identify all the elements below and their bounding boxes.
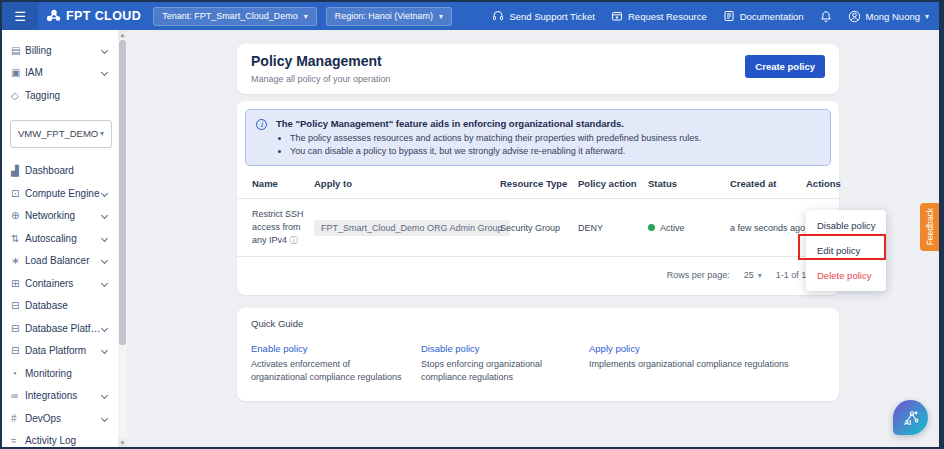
sidebar-item-database-platform[interactable]: ⊟ Database Platform — [2, 317, 118, 340]
chevron-down-icon — [101, 47, 108, 54]
column-header-name: Name — [252, 178, 314, 189]
topbar-actions: Send Support Ticket Request Resource Doc… — [492, 10, 939, 23]
apply-policy-link[interactable]: Apply policy — [589, 343, 825, 354]
sidebar-item-dashboard[interactable]: ▟ Dashboard — [2, 160, 118, 183]
sidebar-item-activity-log[interactable]: ≈ Activity Log — [2, 430, 118, 448]
request-resource-link[interactable]: Request Resource — [611, 10, 707, 22]
rows-per-page-label: Rows per page: — [667, 270, 730, 280]
guide-apply-policy: Apply policy Implements organizational c… — [589, 343, 825, 383]
chevron-down-icon — [101, 325, 108, 332]
feedback-tab[interactable]: Feedback — [920, 203, 939, 251]
svg-text:AI: AI — [904, 418, 911, 425]
sidebar-item-compute-engine[interactable]: ⊡ Compute Engine — [2, 182, 118, 205]
info-bullet: You can disable a policy to bypass it, b… — [290, 146, 820, 156]
scroll-down-icon[interactable]: ▼ — [118, 438, 127, 447]
sidebar-item-tagging[interactable]: ◇ Tagging — [2, 84, 118, 107]
chevron-down-icon — [101, 415, 108, 422]
tenant-label: Tenant: FPT_Smart_Cloud_Demo — [162, 11, 298, 21]
column-header-policy-action: Policy action — [578, 178, 648, 189]
fpt-molecule-icon — [46, 9, 61, 23]
database-platform-icon: ⊟ — [11, 323, 25, 334]
sidebar-item-data-platform[interactable]: ⊟ Data Platform — [2, 340, 118, 363]
send-support-ticket-link[interactable]: Send Support Ticket — [492, 10, 595, 22]
sidebar-item-database[interactable]: ⊟ Database — [2, 295, 118, 318]
bell-icon — [820, 10, 832, 23]
iam-icon: ▣ — [11, 67, 25, 78]
enable-policy-link[interactable]: Enable policy — [251, 343, 421, 354]
containers-icon: ⊞ — [11, 278, 25, 289]
cell-policy-action: DENY — [578, 223, 648, 233]
quick-guide-card: Quick Guide Enable policy Activates enfo… — [237, 308, 839, 401]
sidebar-item-autoscaling[interactable]: ⇅ Autoscaling — [2, 227, 118, 250]
chevron-down-icon — [101, 257, 108, 264]
menu-item-edit-policy[interactable]: Edit policy — [806, 238, 886, 263]
scroll-up-icon[interactable]: ▲ — [118, 30, 127, 39]
sidebar-scrollbar[interactable]: ▲ ▼ — [118, 30, 127, 447]
status-badge: Active — [660, 223, 685, 233]
fpt-cloud-logo[interactable]: FPT CLOUD — [46, 9, 141, 23]
policy-table-card: i The "Policy Management" feature aids i… — [237, 101, 839, 295]
notifications-button[interactable] — [820, 10, 832, 23]
region-label: Region: Hanoi (Vietnam) — [335, 11, 433, 21]
status-active-dot — [648, 224, 655, 231]
pagination-bar: Rows per page: 25 ▾ 1-1 of 1 ‹ — [237, 257, 839, 295]
row-actions-menu: Disable policy Edit policy Delete policy — [806, 210, 886, 291]
project-select[interactable]: VMW_FPT_DEMO ▾ — [10, 120, 112, 148]
column-header-status: Status — [648, 178, 730, 189]
sidebar-item-load-balancer[interactable]: ∗ Load Balancer — [2, 250, 118, 273]
apply-to-chip: FPT_Smart_Cloud_Demo ORG Admin Group — [314, 220, 510, 236]
chevron-down-icon — [101, 280, 108, 287]
billing-icon: ▤ — [11, 45, 25, 56]
guide-disable-policy: Disable policy Stops enforcing organizat… — [421, 343, 589, 383]
sidebar-item-networking[interactable]: ⊕ Networking — [2, 205, 118, 228]
quick-guide-title: Quick Guide — [251, 318, 825, 329]
tenant-dropdown[interactable]: Tenant: FPT_Smart_Cloud_Demo ▾ — [153, 7, 317, 26]
documentation-link[interactable]: Documentation — [723, 10, 804, 22]
chevron-down-icon — [101, 69, 108, 76]
compute-engine-icon: ⊡ — [11, 188, 25, 199]
sidebar-item-monitoring[interactable]: ◔ Monitoring — [2, 362, 118, 385]
documentation-label: Documentation — [740, 11, 804, 22]
info-bullet: The policy assesses resources and action… — [290, 133, 820, 143]
table-row[interactable]: Restrict SSH access from any IPv4 ⓘ FPT_… — [237, 199, 839, 257]
cell-created-at: a few seconds ago — [730, 223, 806, 233]
database-icon: ⊟ — [11, 300, 25, 311]
hamburger-menu-button[interactable]: ☰ — [2, 2, 38, 30]
chevron-down-icon — [101, 235, 108, 242]
menu-item-disable-policy[interactable]: Disable policy — [806, 213, 886, 238]
user-menu[interactable]: Mong Nuong ▾ — [848, 10, 929, 23]
rows-per-page-select[interactable]: 25 ▾ — [744, 270, 762, 280]
devops-icon: # — [11, 413, 25, 424]
cell-policy-name: Restrict SSH access from any IPv4 ⓘ — [252, 208, 314, 247]
user-name-label: Mong Nuong — [866, 11, 920, 22]
app-window: ☰ FPT CLOUD Tenant: FPT_Smart_Cloud_Demo… — [0, 0, 944, 449]
pagination-range: 1-1 of 1 — [776, 270, 807, 280]
cell-status: Active — [648, 223, 730, 233]
page-title: Policy Management — [251, 53, 825, 69]
table-header-row: Name Apply to Resource Type Policy actio… — [237, 178, 839, 199]
info-panel: i The "Policy Management" feature aids i… — [245, 109, 831, 166]
chevron-down-icon: ▾ — [925, 12, 929, 21]
create-policy-button[interactable]: Create policy — [745, 55, 825, 78]
chevron-down-icon — [101, 347, 108, 354]
menu-item-delete-policy[interactable]: Delete policy — [806, 263, 886, 288]
sidebar-item-iam[interactable]: ▣ IAM — [2, 62, 118, 85]
guide-enable-policy: Enable policy Activates enforcement of o… — [251, 343, 421, 383]
region-dropdown[interactable]: Region: Hanoi (Vietnam) ▾ — [326, 7, 452, 26]
sidebar-item-devops[interactable]: # DevOps — [2, 407, 118, 430]
page-subtitle: Manage all policy of your operation — [251, 74, 825, 84]
monitoring-icon: ◔ — [11, 368, 25, 379]
disable-policy-link[interactable]: Disable policy — [421, 343, 589, 354]
sidebar-item-integrations[interactable]: ∞ Integrations — [2, 385, 118, 408]
sidebar-item-billing[interactable]: ▤ Billing — [2, 39, 118, 62]
page-header-card: Policy Management Manage all policy of y… — [237, 44, 839, 94]
ai-assistant-button[interactable]: AI — [893, 400, 928, 435]
column-header-actions: Actions — [806, 178, 841, 189]
cell-resource-type: Security Group — [500, 223, 578, 233]
activity-log-icon: ≈ — [11, 435, 25, 446]
scrollbar-thumb[interactable] — [119, 40, 126, 345]
chevron-down-icon: ▾ — [304, 12, 308, 21]
sidebar-item-containers[interactable]: ⊞ Containers — [2, 272, 118, 295]
info-icon[interactable]: ⓘ — [290, 236, 298, 245]
support-ticket-icon — [492, 10, 504, 22]
